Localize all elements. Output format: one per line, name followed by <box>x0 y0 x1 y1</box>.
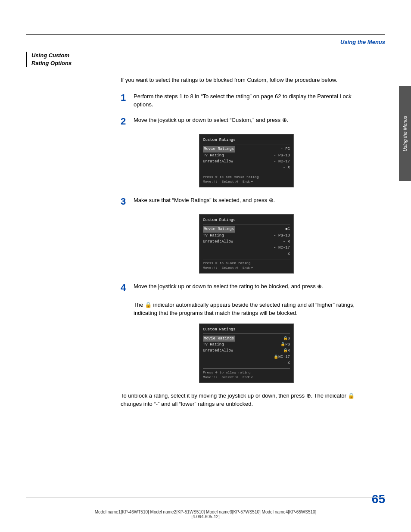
screen3-wrapper: Custom Ratings Movie Ratings 🔒G TV Ratin… <box>121 324 372 383</box>
screen3-divider2 <box>203 368 290 369</box>
right-col: If you want to select the ratings to be … <box>121 76 372 421</box>
section-heading-container: Using Custom Rating Options <box>26 52 372 67</box>
screen2-instruction: Press ⊕ to block rating <box>203 261 290 265</box>
screen1-divider <box>203 144 290 144</box>
screen2-row2: TV Rating - PG-13 <box>203 233 290 239</box>
side-tab-label: Using the Menus <box>402 116 408 152</box>
screen2-divider <box>203 224 290 224</box>
screen3-row1: Movie Ratings 🔒G <box>203 336 290 342</box>
step-1: 1 Perform the steps 1 to 8 in “To select… <box>121 92 372 109</box>
screen1-wrapper: Custom Ratings Movie Ratings - PG TV Rat… <box>121 134 372 187</box>
screen2-row1: Movie Ratings ■G <box>203 226 290 232</box>
footer: Model name1[KP-46WT510] Model name2[KP-5… <box>26 506 385 519</box>
bottom-rule <box>26 497 385 498</box>
screen3-row5: - X <box>203 360 290 366</box>
screen2-wrapper: Custom Ratings Movie Ratings ■G TV Ratin… <box>121 214 372 274</box>
screen3-title: Custom Ratings <box>203 327 290 332</box>
screen2-selected: Movie Ratings <box>203 226 235 232</box>
screen2-row3: Unrated:Allow - R <box>203 239 290 245</box>
top-rule <box>26 34 385 35</box>
screen2-title: Custom Ratings <box>203 218 290 222</box>
running-header: Using the Menus <box>340 39 385 45</box>
screen1-row1: Movie Ratings - PG <box>203 146 290 152</box>
intro-text: If you want to select the ratings to be … <box>121 76 372 84</box>
screen3-row2: TV Rating 🔒PG <box>203 342 290 348</box>
step4-detail: The 🔒 indicator automatically appears be… <box>134 301 372 317</box>
step-1-text: Perform the steps 1 to 8 in “To select t… <box>134 92 372 109</box>
step-3-text: Make sure that “Movie Ratings” is select… <box>134 196 372 205</box>
screen1-mockup: Custom Ratings Movie Ratings - PG TV Rat… <box>199 134 294 187</box>
screen1-row3: Unrated:Allow - NC-17 <box>203 159 290 165</box>
step-4-number: 4 <box>121 282 134 293</box>
footer-text: Model name1[KP-46WT510] Model name2[KP-5… <box>26 510 385 514</box>
page-container: Using the Menus Using the Menus Using Cu… <box>0 0 411 532</box>
step-2-number: 2 <box>121 116 134 127</box>
step-2: 2 Move the joystick up or down to select… <box>121 116 372 127</box>
screen2-row5: - X <box>203 251 290 257</box>
step-3: 3 Make sure that “Movie Ratings” is sele… <box>121 196 372 207</box>
screen1-row2: TV Rating - PG-13 <box>203 152 290 159</box>
two-col-layout: If you want to select the ratings to be … <box>26 76 372 421</box>
screen2-nav: Move:↑↓ Select:⊕ End:↩ <box>203 266 290 270</box>
screen1-nav: Move:↑↓ Select:⊕ End:↩ <box>203 180 290 184</box>
page-number: 65 <box>372 492 385 506</box>
step-4-text: Move the joystick up or down to select t… <box>134 282 372 291</box>
step-1-number: 1 <box>121 92 134 103</box>
screen3-nav: Move:↑↓ Select:⊕ End:↩ <box>203 375 290 379</box>
screen2-row4: - NC-17 <box>203 245 290 251</box>
screen3-selected: Movie Ratings <box>203 336 235 342</box>
screen2-divider2 <box>203 259 290 259</box>
main-content: Using Custom Rating Options If you want … <box>26 52 372 421</box>
screen3-instruction: Press ⊕ to allow rating <box>203 370 290 374</box>
unblock-text: To unblock a rating, select it by moving… <box>121 392 372 408</box>
screen3-mockup: Custom Ratings Movie Ratings 🔒G TV Ratin… <box>199 324 294 383</box>
side-tab: Using the Menus <box>399 86 411 181</box>
screen2-mockup: Custom Ratings Movie Ratings ■G TV Ratin… <box>199 214 294 274</box>
step-4: 4 Move the joystick up or down to select… <box>121 282 372 293</box>
screen1-title: Custom Ratings <box>203 138 290 142</box>
left-col <box>26 76 121 421</box>
screen1-selected: Movie Ratings <box>203 146 235 152</box>
screen1-row4: - X <box>203 165 290 171</box>
footer-part-number: [4-094-605-12] <box>26 514 385 519</box>
section-heading: Using Custom Rating Options <box>31 52 118 67</box>
section-heading-line <box>26 52 27 67</box>
screen3-divider <box>203 333 290 334</box>
screen1-instruction: Press ⊕ to set movie rating <box>203 175 290 179</box>
screen3-row4: 🔒NC-17 <box>203 354 290 360</box>
step-3-number: 3 <box>121 196 134 207</box>
screen1-divider2 <box>203 173 290 173</box>
screen3-row3: Unrated:Allow 🔒R <box>203 348 290 354</box>
step-2-text: Move the joystick up or down to select “… <box>134 116 372 124</box>
